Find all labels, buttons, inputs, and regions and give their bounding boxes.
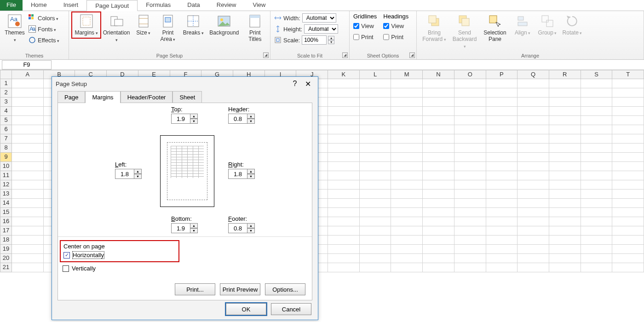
cell[interactable] bbox=[549, 190, 581, 199]
cell[interactable] bbox=[360, 134, 391, 144]
cell[interactable] bbox=[360, 208, 391, 217]
options-button[interactable]: Options... bbox=[265, 283, 305, 295]
cell[interactable] bbox=[581, 180, 613, 190]
cell[interactable] bbox=[328, 79, 360, 88]
cell[interactable] bbox=[454, 79, 486, 88]
tab-review[interactable]: Review bbox=[208, 0, 245, 11]
scale-pct-input[interactable] bbox=[302, 35, 327, 45]
cell[interactable] bbox=[486, 171, 518, 180]
cell[interactable] bbox=[454, 116, 486, 125]
cell[interactable] bbox=[391, 107, 423, 116]
cell[interactable] bbox=[518, 190, 549, 199]
column-header[interactable]: O bbox=[454, 70, 486, 79]
cell[interactable] bbox=[581, 79, 613, 88]
cell[interactable] bbox=[486, 190, 518, 199]
cell[interactable] bbox=[12, 125, 44, 134]
cell[interactable] bbox=[391, 199, 423, 208]
cell[interactable] bbox=[360, 217, 391, 226]
cell[interactable] bbox=[549, 162, 581, 171]
cell[interactable] bbox=[328, 88, 360, 98]
row-header[interactable]: 14 bbox=[0, 199, 12, 208]
cell[interactable] bbox=[328, 98, 360, 107]
cell[interactable] bbox=[612, 254, 644, 263]
cell[interactable] bbox=[454, 107, 486, 116]
cell[interactable] bbox=[581, 125, 613, 134]
cell[interactable] bbox=[486, 88, 518, 98]
background-button[interactable]: Background bbox=[207, 13, 241, 37]
cell[interactable] bbox=[360, 153, 391, 162]
row-header[interactable]: 21 bbox=[0, 263, 12, 272]
sheetopts-launcher[interactable]: ◢ bbox=[409, 52, 415, 58]
cell[interactable] bbox=[612, 236, 644, 245]
cell[interactable] bbox=[486, 107, 518, 116]
cell[interactable] bbox=[454, 171, 486, 180]
cell[interactable] bbox=[549, 254, 581, 263]
cell[interactable] bbox=[518, 180, 549, 190]
cell[interactable] bbox=[454, 190, 486, 199]
cell[interactable] bbox=[549, 263, 581, 272]
cell[interactable] bbox=[549, 245, 581, 254]
cell[interactable] bbox=[549, 107, 581, 116]
row-header[interactable]: 15 bbox=[0, 208, 12, 217]
row-header[interactable]: 17 bbox=[0, 226, 12, 236]
cell[interactable] bbox=[612, 162, 644, 171]
cell[interactable] bbox=[581, 208, 613, 217]
column-header[interactable]: P bbox=[486, 70, 518, 79]
cell[interactable] bbox=[391, 144, 423, 153]
row-header[interactable]: 7 bbox=[0, 134, 12, 144]
row-header[interactable]: 8 bbox=[0, 144, 12, 153]
cell[interactable] bbox=[612, 107, 644, 116]
cell[interactable] bbox=[454, 226, 486, 236]
cell[interactable] bbox=[549, 98, 581, 107]
print-titles-button[interactable]: Print Titles bbox=[244, 13, 266, 43]
cell[interactable] bbox=[549, 116, 581, 125]
dialog-help-button[interactable]: ? bbox=[288, 80, 301, 88]
cell[interactable] bbox=[391, 208, 423, 217]
scale-pct-spinner[interactable]: ▲▼ bbox=[328, 36, 334, 44]
cell[interactable] bbox=[581, 254, 613, 263]
cell[interactable] bbox=[360, 98, 391, 107]
cell[interactable] bbox=[454, 245, 486, 254]
scale-launcher[interactable]: ◢ bbox=[342, 52, 348, 58]
cell[interactable] bbox=[518, 79, 549, 88]
cell[interactable] bbox=[612, 263, 644, 272]
row-header[interactable]: 12 bbox=[0, 180, 12, 190]
row-header[interactable]: 6 bbox=[0, 125, 12, 134]
cell[interactable] bbox=[12, 208, 44, 217]
row-header[interactable]: 10 bbox=[0, 162, 12, 171]
cell[interactable] bbox=[612, 199, 644, 208]
cell[interactable] bbox=[518, 134, 549, 144]
cell[interactable] bbox=[391, 226, 423, 236]
cell[interactable] bbox=[549, 134, 581, 144]
cell[interactable] bbox=[454, 134, 486, 144]
orientation-button[interactable]: Orientation bbox=[103, 13, 130, 44]
column-header[interactable]: N bbox=[423, 70, 454, 79]
cell[interactable] bbox=[612, 116, 644, 125]
cell[interactable] bbox=[328, 125, 360, 134]
cell[interactable] bbox=[391, 263, 423, 272]
cell[interactable] bbox=[328, 217, 360, 226]
cell[interactable] bbox=[486, 180, 518, 190]
margin-right-input[interactable] bbox=[228, 169, 247, 179]
cell[interactable] bbox=[391, 171, 423, 180]
cell[interactable] bbox=[486, 125, 518, 134]
cell[interactable] bbox=[360, 180, 391, 190]
cell[interactable] bbox=[423, 144, 454, 153]
cell[interactable] bbox=[328, 190, 360, 199]
themes-button[interactable]: Aa Themes bbox=[4, 13, 26, 44]
cell[interactable] bbox=[518, 88, 549, 98]
cell[interactable] bbox=[328, 153, 360, 162]
row-header[interactable]: 2 bbox=[0, 88, 12, 98]
margin-left-spinner[interactable]: ▲▼ bbox=[134, 169, 142, 179]
margin-right-spinner[interactable]: ▲▼ bbox=[247, 169, 255, 179]
cell[interactable] bbox=[581, 116, 613, 125]
cell[interactable] bbox=[360, 125, 391, 134]
cell[interactable] bbox=[612, 88, 644, 98]
bring-forward-button[interactable]: Bring Forward bbox=[420, 13, 448, 44]
cell[interactable] bbox=[486, 226, 518, 236]
cell[interactable] bbox=[12, 171, 44, 180]
cell[interactable] bbox=[12, 245, 44, 254]
cell[interactable] bbox=[454, 98, 486, 107]
cell[interactable] bbox=[328, 245, 360, 254]
cell[interactable] bbox=[518, 254, 549, 263]
